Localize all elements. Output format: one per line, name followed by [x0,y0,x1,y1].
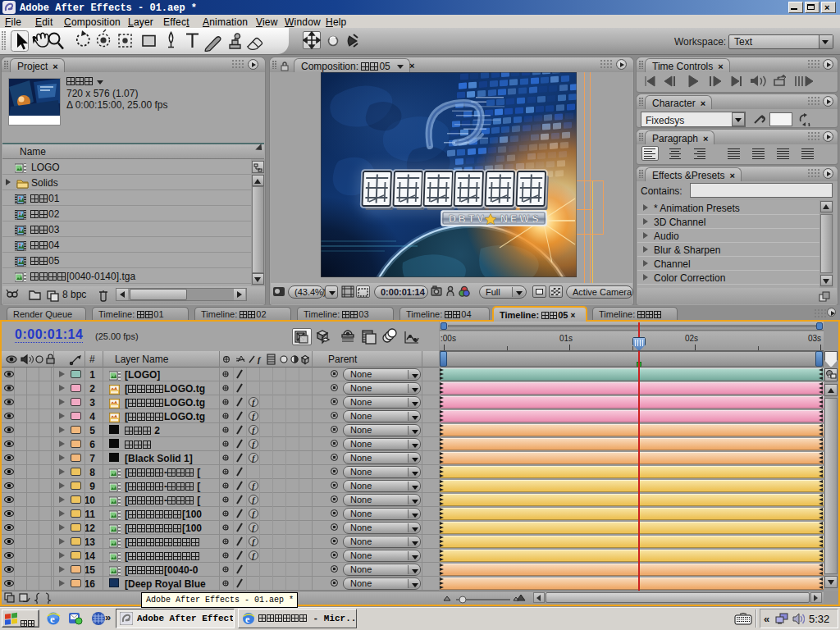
svg-text:#: # [89,354,95,365]
svg-text:f: f [258,355,262,364]
svg-text:Parent: Parent [328,354,358,365]
svg-text:Layer Name: Layer Name [115,354,169,365]
svg-text:DBTV: DBTV [449,213,485,225]
svg-text:NEWS: NEWS [500,213,540,225]
